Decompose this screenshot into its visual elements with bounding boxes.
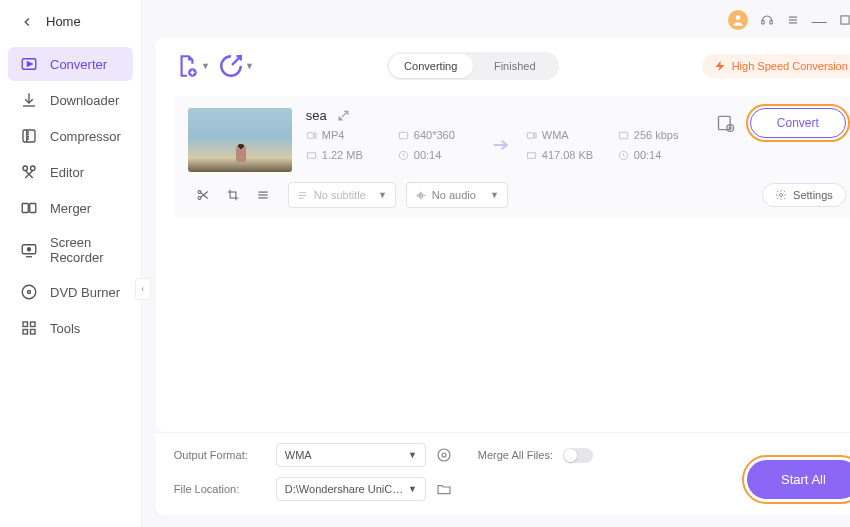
svg-rect-6 [30,204,36,213]
svg-marker-1 [28,62,33,67]
add-url-button[interactable]: ▼ [218,53,244,79]
file-location-label: File Location: [174,483,266,495]
file-title-row: sea [306,108,702,123]
gear-icon [775,189,787,201]
svg-point-49 [438,449,450,461]
sidebar-item-dvd-burner[interactable]: DVD Burner [8,275,133,309]
top-left-actions: ▼ ▼ [174,53,244,79]
sidebar-item-screen-recorder[interactable]: Screen Recorder [8,227,133,273]
chevron-down-icon[interactable]: ▼ [201,61,210,71]
src-duration: 00:14 [398,149,476,161]
sidebar-item-merger[interactable]: Merger [8,191,133,225]
subtitle-icon [297,190,308,201]
sidebar-item-compressor[interactable]: Compressor [8,119,133,153]
chevron-down-icon[interactable]: ▼ [245,61,254,71]
edit-icons [196,188,270,202]
svg-rect-21 [841,16,849,24]
svg-rect-14 [31,330,36,335]
add-file-button[interactable]: ▼ [174,53,200,79]
collapse-sidebar-button[interactable]: ‹ [135,278,151,300]
svg-rect-13 [23,330,28,335]
dst-format: WMA [526,129,604,141]
start-all-button[interactable]: Start All [747,460,850,499]
lightning-icon [714,60,726,72]
back-icon[interactable] [20,15,34,29]
file-row-secondary: No subtitle ▼ No audio ▼ Settings [188,182,846,208]
compressor-icon [20,127,38,145]
svg-point-8 [28,248,31,251]
file-row-main: sea MP4 1.22 MB 640*360 00:14 [188,108,846,172]
tools-icon [20,319,38,337]
subtitle-dropdown[interactable]: No subtitle ▼ [288,182,396,208]
sidebar-item-label: Compressor [50,129,121,144]
chevron-down-icon: ▼ [408,450,417,460]
sidebar: Home Converter Downloader Compressor Edi… [0,0,142,527]
screen-recorder-icon [20,241,38,259]
home-row[interactable]: Home [0,0,141,39]
edit-icon[interactable] [337,109,350,122]
src-format: MP4 [306,129,384,141]
audio-dropdown[interactable]: No audio ▼ [406,182,508,208]
svg-point-3 [23,166,28,171]
src-size: 1.22 MB [306,149,384,161]
svg-point-48 [442,453,446,457]
settings-button[interactable]: Settings [762,183,846,207]
bottom-bar: Output Format: WMA ▼ Merge All Files: Fi… [156,432,850,515]
svg-point-9 [22,285,36,299]
svg-line-38 [200,192,207,198]
sidebar-item-label: DVD Burner [50,285,120,300]
tab-converting[interactable]: Converting [389,54,473,78]
high-speed-conversion-button[interactable]: High Speed Conversion [702,54,850,78]
svg-rect-5 [22,204,28,213]
svg-marker-26 [314,132,316,138]
svg-marker-30 [534,132,536,138]
tab-finished[interactable]: Finished [473,54,557,78]
top-row: ▼ ▼ Converting Finished High Speed Conve… [174,52,850,80]
file-location-select[interactable]: D:\Wondershare UniConverter 1 ▼ [276,477,426,501]
dst-duration: 00:14 [618,149,702,161]
dst-bitrate: 256 kbps [618,129,702,141]
menu-icon[interactable] [786,13,800,27]
converter-icon [20,55,38,73]
video-thumbnail[interactable] [188,108,292,172]
svg-point-47 [780,194,783,197]
sidebar-item-editor[interactable]: Editor [8,155,133,189]
dst-size: 417.08 KB [526,149,604,161]
output-settings-icon[interactable] [716,113,736,133]
open-folder-icon[interactable] [436,481,452,497]
svg-rect-29 [527,132,533,138]
svg-rect-27 [399,132,407,138]
output-format-label: Output Format: [174,449,266,461]
sidebar-item-label: Screen Recorder [50,235,121,265]
format-settings-icon[interactable] [436,447,452,463]
crop-icon[interactable] [226,188,240,202]
main: — ✕ ▼ ▼ Converting Finished High [142,0,850,527]
trim-icon[interactable] [196,188,210,202]
hsc-label: High Speed Conversion [732,60,848,72]
svg-rect-12 [31,322,36,327]
svg-rect-17 [770,21,772,24]
sidebar-item-tools[interactable]: Tools [8,311,133,345]
svg-point-4 [31,166,36,171]
svg-rect-11 [23,322,28,327]
sidebar-item-downloader[interactable]: Downloader [8,83,133,117]
merge-label: Merge All Files: [478,449,553,461]
svg-line-37 [200,193,207,199]
output-format-select[interactable]: WMA ▼ [276,443,426,467]
content-card: ▼ ▼ Converting Finished High Speed Conve… [156,38,850,432]
merge-toggle[interactable] [563,448,593,463]
sidebar-item-converter[interactable]: Converter [8,47,133,81]
home-label: Home [46,14,81,29]
output-format-row: Output Format: WMA ▼ Merge All Files: [174,443,850,467]
meta-grid: MP4 1.22 MB 640*360 00:14 WMA 417.08 KB [306,129,702,161]
maximize-button[interactable] [838,13,850,27]
chevron-down-icon: ▼ [378,190,387,200]
svg-line-23 [232,56,241,65]
convert-button[interactable]: Convert [750,108,846,138]
merger-icon [20,199,38,217]
list-icon[interactable] [256,188,270,202]
svg-rect-31 [619,132,627,138]
user-avatar-icon[interactable] [728,10,748,30]
minimize-button[interactable]: — [812,13,826,27]
headset-icon[interactable] [760,13,774,27]
